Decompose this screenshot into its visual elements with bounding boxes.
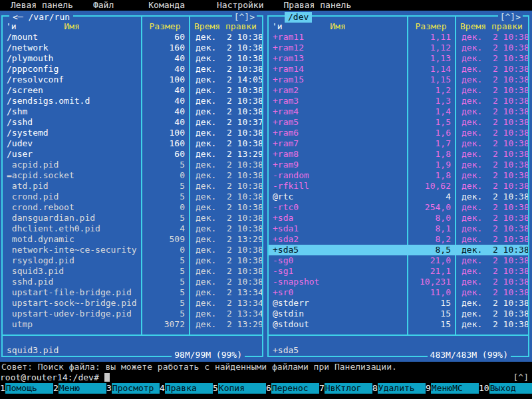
history-marker[interactable]: [^] (513, 372, 529, 383)
file-row[interactable]: +sda18,1дек. 2 10:38 (269, 223, 528, 234)
file-row[interactable]: /resolvconf100дек. 2 14:05 (3, 74, 262, 85)
menu-item[interactable]: Правая панель (283, 0, 351, 11)
column-header-size[interactable]: Размер (407, 21, 455, 32)
file-row[interactable]: -random1,8дек. 2 10:38 (269, 170, 528, 181)
cell-name: +ram8 (269, 149, 407, 160)
file-row[interactable]: /systemd100дек. 2 10:38 (3, 128, 262, 138)
file-row[interactable]: @rtc4дек. 2 10:38 (269, 192, 528, 202)
file-row[interactable]: /plymouth40дек. 2 10:38 (3, 53, 262, 64)
file-row[interactable]: atd.pid5дек. 2 10:38 (3, 181, 262, 192)
file-row[interactable]: +sda28,2дек. 2 10:38 (269, 234, 528, 245)
file-row[interactable]: squid3.pid5дек. 2 10:38 (3, 266, 262, 277)
file-row[interactable]: /shm40дек. 2 10:38 (3, 106, 262, 117)
file-row[interactable]: +ram111,11дек. 2 10:38 (269, 32, 528, 43)
column-header-mtime[interactable]: Время правки (189, 21, 262, 32)
file-row[interactable]: /user60дек. 2 13:29 (3, 149, 262, 160)
cell-size: 5 (141, 181, 189, 192)
file-row[interactable]: upstart-file-bridge.pid5дек. 2 13:34 (3, 287, 262, 298)
file-row[interactable]: motd.dynamic509дек. 2 13:29 (3, 234, 262, 245)
left-panel-scroll-up-icon[interactable]: [^]> (232, 12, 257, 23)
file-row[interactable]: +ram21,2дек. 2 10:38 (269, 85, 528, 96)
file-row[interactable]: -snapshot10,231дек. 2 10:38 (269, 277, 528, 287)
file-row[interactable]: +ram151,15дек. 2 10:38 (269, 74, 528, 85)
file-row[interactable]: @stdout15дек. 2 10:38 (269, 319, 528, 330)
fkey-10[interactable]: 10Выход (479, 383, 532, 394)
cell-mtime: дек. 2 10:38 (455, 170, 528, 181)
file-row[interactable]: +ram31,3дек. 2 10:38 (269, 96, 528, 106)
menu-item[interactable]: Настройки (217, 0, 263, 11)
file-row[interactable]: +ram41,4дек. 2 10:38 (269, 106, 528, 117)
fkey-3[interactable]: 3Просмотр (106, 383, 160, 394)
menu-item[interactable]: Команда (148, 0, 185, 11)
cell-mtime: дек. 2 10:38 (189, 255, 262, 266)
file-row[interactable]: upstart-sock~-bridge.pid5дек. 2 13:34 (3, 298, 262, 309)
column-header-name[interactable]: Имя (3, 21, 141, 32)
cell-name: +ram14 (269, 64, 407, 74)
file-row[interactable]: +ram61,6дек. 2 10:38 (269, 128, 528, 138)
file-row[interactable]: /screen40дек. 2 10:38 (3, 85, 262, 96)
file-row[interactable]: sshd.pid5дек. 2 10:38 (3, 277, 262, 287)
file-row[interactable]: utmp3072дек. 2 13:29 (3, 319, 262, 330)
cell-size: 5 (141, 287, 189, 298)
file-row[interactable]: acpid.pid5дек. 2 10:38 (3, 160, 262, 170)
cell-mtime: дек. 2 10:38 (189, 245, 262, 255)
cell-name: /systemd (3, 128, 141, 138)
column-header-mtime[interactable]: Время правки (455, 21, 528, 32)
file-row[interactable]: /sshd40дек. 2 10:37 (3, 117, 262, 128)
file-row[interactable]: -rtc0254,0дек. 2 10:38 (269, 202, 528, 213)
menu-item[interactable]: Файл (93, 0, 114, 11)
cell-name: -rtc0 (269, 202, 407, 213)
left-panel-path[interactable]: <─ /var/run (9, 12, 73, 23)
file-row[interactable]: /network160дек. 2 10:38 (3, 43, 262, 53)
file-row[interactable]: /pppconfig40дек. 2 10:38 (3, 64, 262, 74)
cell-mtime: дек. 2 10:38 (455, 309, 528, 319)
menu-item[interactable]: Левая панель (11, 0, 73, 11)
file-row[interactable]: /sendsigs.omit.d40дек. 2 10:38 (3, 96, 262, 106)
file-row[interactable]: @stderr15дек. 2 10:38 (269, 298, 528, 309)
file-row-selected[interactable]: +sda58,5дек. 2 10:38 (269, 245, 528, 255)
fkey-7[interactable]: 7НвКтлог (319, 383, 372, 394)
file-row[interactable]: dansguardian.pid5дек. 2 10:38 (3, 213, 262, 223)
file-row[interactable]: -rfkill10,62дек. 2 10:38 (269, 181, 528, 192)
fkey-9[interactable]: 9МенюМС (426, 383, 479, 394)
file-row[interactable]: +ram51,5дек. 2 10:38 (269, 117, 528, 128)
file-row[interactable]: +ram91,9дек. 2 10:38 (269, 160, 528, 170)
file-row[interactable]: rsyslogd.pid5дек. 2 10:38 (3, 255, 262, 266)
file-row[interactable]: +ram131,13дек. 2 10:38 (269, 53, 528, 64)
file-row[interactable]: +ram121,12дек. 2 10:38 (269, 43, 528, 53)
file-row[interactable]: +sr011,0дек. 2 10:38 (269, 287, 528, 298)
fkey-8[interactable]: 8Удалить (372, 383, 426, 394)
file-row[interactable]: network-inte~ce-security0дек. 2 10:38 (3, 245, 262, 255)
fkey-label: Меню (59, 383, 106, 394)
fkey-2[interactable]: 2Меню (53, 383, 106, 394)
cell-name: dansguardian.pid (3, 213, 141, 223)
column-header-size[interactable]: Размер (141, 21, 189, 32)
cell-name: motd.dynamic (3, 234, 141, 245)
file-row[interactable]: +ram71,7дек. 2 10:38 (269, 138, 528, 149)
file-row[interactable]: -sg021,0дек. 2 10:38 (269, 255, 528, 266)
file-row[interactable]: /mount60дек. 2 10:38 (3, 32, 262, 43)
file-row[interactable]: @stdin15дек. 2 10:38 (269, 309, 528, 319)
file-row[interactable]: +sda8,0дек. 2 10:38 (269, 213, 528, 223)
file-row[interactable]: crond.pid5дек. 2 10:38 (3, 192, 262, 202)
cell-size: 40 (141, 53, 189, 64)
right-panel-path[interactable]: /dev (285, 12, 312, 23)
command-line[interactable]: root@router14:/dev#[^] (0, 372, 532, 383)
file-row[interactable]: =acpid.socket0дек. 2 10:38 (3, 170, 262, 181)
file-row[interactable]: /udev160дек. 2 10:38 (3, 138, 262, 149)
fkey-1[interactable]: 1Помощь (0, 383, 53, 394)
cell-mtime: дек. 2 10:38 (189, 128, 262, 138)
cell-name: +ram7 (269, 138, 407, 149)
fkey-5[interactable]: 5Копия (213, 383, 266, 394)
file-row[interactable]: -sg121,1дек. 2 10:38 (269, 266, 528, 277)
column-header-name[interactable]: Имя (269, 21, 407, 32)
fkey-4[interactable]: 4Правка (160, 383, 213, 394)
cell-size: 1,15 (407, 74, 455, 85)
file-row[interactable]: +ram81,8дек. 2 10:38 (269, 149, 528, 160)
fkey-6[interactable]: 6Перенос (266, 383, 319, 394)
file-row[interactable]: dhclient.eth0.pid4дек. 2 10:38 (3, 223, 262, 234)
file-row[interactable]: +ram141,14дек. 2 10:38 (269, 64, 528, 74)
file-row[interactable]: upstart-udev-bridge.pid5дек. 2 13:34 (3, 309, 262, 319)
file-row[interactable]: crond.reboot0дек. 2 10:38 (3, 202, 262, 213)
right-panel-scroll-up-icon[interactable]: [^]> (498, 12, 523, 23)
